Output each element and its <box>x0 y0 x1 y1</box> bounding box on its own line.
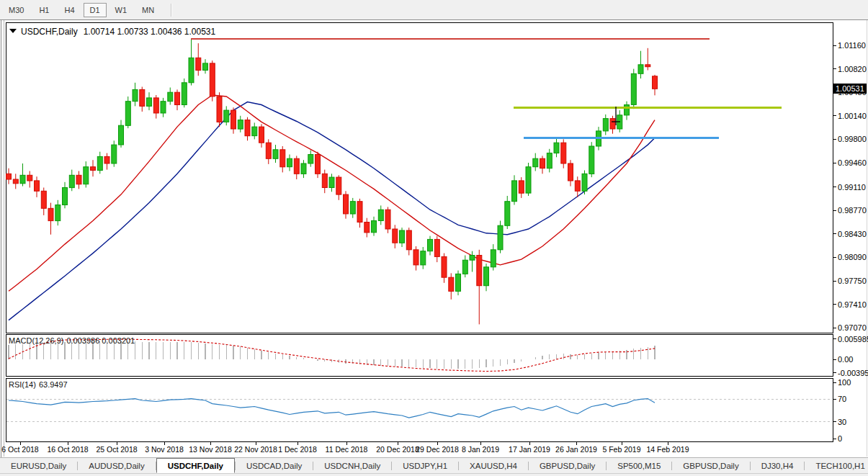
price-axis-label: 1.00140 <box>838 112 867 120</box>
timeframe-button-d1[interactable]: D1 <box>84 3 107 17</box>
symbol-tab-dj30-h4[interactable]: DJ30,H4 <box>751 458 805 473</box>
price-axis-label: 0.98430 <box>838 230 867 238</box>
candle-body <box>182 83 187 105</box>
symbol-tab-usdcad-daily[interactable]: USDCAD,Daily <box>236 458 313 473</box>
candle-body <box>350 202 355 214</box>
price-axis-label: 0.97070 <box>838 323 867 332</box>
price-axis-label: 0.98090 <box>838 253 867 261</box>
price-axis[interactable]: 1.011601.008201.004801.001400.998000.994… <box>833 41 868 443</box>
candle-body <box>238 120 243 130</box>
candle-body <box>168 92 173 102</box>
candle-body <box>97 156 102 170</box>
candle-body <box>406 230 411 250</box>
symbol-tab-usdcnh-daily[interactable]: USDCNH,Daily <box>313 458 391 473</box>
macd-indicator-label: MACD(12,26,9)0.003986 0.003201 <box>9 336 135 345</box>
candle-body <box>625 105 630 115</box>
candle-body <box>76 175 81 184</box>
symbol-tab-audusd-daily[interactable]: AUDUSD,Daily <box>78 458 155 473</box>
candle-body <box>41 191 46 208</box>
chart-title: USDCHF,Daily1.00714 1.00733 1.00436 1.00… <box>9 27 216 37</box>
rsi-axis-label: 0 <box>838 434 842 443</box>
candle-body <box>364 223 370 233</box>
price-axis-label: 1.00820 <box>838 65 867 73</box>
candle-body <box>449 277 454 291</box>
candle-body <box>27 175 32 181</box>
candle-body <box>603 119 608 131</box>
candle-body <box>140 89 145 106</box>
chart-ohlc-values: 1.00714 1.00733 1.00436 1.00531 <box>84 27 216 37</box>
candle-body <box>378 210 383 220</box>
date-axis-label: 16 Oct 2018 <box>47 445 88 454</box>
candle-body <box>147 98 152 107</box>
candle-body <box>104 156 109 163</box>
timeframe-button-mn[interactable]: MN <box>135 3 161 17</box>
date-axis-label: 3 Nov 2018 <box>145 445 184 454</box>
candle-body <box>653 76 658 89</box>
candle-body <box>568 163 573 181</box>
candle-body <box>434 239 439 256</box>
candle-body <box>477 256 482 286</box>
candle-body <box>69 175 74 187</box>
chart-canvas[interactable]: 1.011601.008201.004801.001400.998000.994… <box>0 0 868 476</box>
candle-body <box>385 210 390 229</box>
symbol-tab-eurusd-daily[interactable]: EURUSD,Daily <box>0 458 77 473</box>
candle-body <box>421 251 426 265</box>
current-price-value: 1.00531 <box>836 84 864 93</box>
candle-body <box>125 102 130 126</box>
candle-body <box>575 181 580 191</box>
date-axis-label: 22 Nov 2018 <box>234 445 277 454</box>
symbol-tab-gbpusd-daily[interactable]: GBPUSD,Daily <box>672 458 749 473</box>
price-axis-label: 1.01160 <box>838 41 866 50</box>
svg-text:USDCHF,Daily1.00714 1.00733 1.: USDCHF,Daily1.00714 1.00733 1.00436 1.00… <box>21 27 216 37</box>
candle-body <box>372 221 377 233</box>
timeframe-toolbar: M30 H1 H4 D1 W1 MN <box>0 0 868 20</box>
date-axis-label: 13 Nov 2018 <box>189 445 232 454</box>
symbol-tab-gbpusd-daily[interactable]: GBPUSD,Daily <box>529 458 606 473</box>
date-axis-label: 5 Feb 2019 <box>602 445 640 454</box>
candle-body <box>645 65 650 67</box>
chart-symbol-label: USDCHF,Daily <box>21 27 78 37</box>
date-axis-label: 26 Jan 2019 <box>555 445 597 454</box>
macd-axis-label: 0.00 <box>838 355 853 364</box>
candle-body <box>344 194 349 214</box>
candle-body <box>554 143 559 153</box>
candle-body <box>519 181 524 193</box>
candle-body <box>231 110 236 129</box>
date-axis-label: 8 Jan 2019 <box>462 445 499 454</box>
candle-body <box>400 230 405 243</box>
candle-body <box>547 153 552 169</box>
candle-body <box>245 120 250 136</box>
candle-body <box>631 73 636 104</box>
timeframe-button-h4[interactable]: H4 <box>58 3 81 17</box>
rsi-axis-label: 30 <box>838 418 846 426</box>
date-axis-label: 11 Dec 2018 <box>326 445 368 454</box>
candle-body <box>112 145 117 163</box>
candle-body <box>217 96 222 122</box>
symbol-tab-bar: EURUSD,DailyAUDUSD,DailyUSDCHF,DailyUSDC… <box>0 457 868 473</box>
candle-body <box>540 158 545 168</box>
candle-body <box>316 155 321 174</box>
candle-body <box>273 150 278 159</box>
symbol-tab-tech100-h1[interactable]: TECH100,H1 <box>805 458 868 473</box>
symbol-tab-usdchf-daily[interactable]: USDCHF,Daily <box>156 458 235 473</box>
symbol-tab-xauusd-h4[interactable]: XAUUSD,H4 <box>459 458 528 473</box>
symbol-tab-sp500-m15[interactable]: SP500,M15 <box>607 458 671 473</box>
candle-body <box>336 177 341 194</box>
price-axis-label: 0.98770 <box>838 206 867 215</box>
candle-body <box>533 158 538 167</box>
timeframe-button-m30[interactable]: M30 <box>2 3 30 17</box>
candle-body <box>119 125 124 145</box>
candle-body <box>301 163 306 174</box>
candle-body <box>35 181 40 191</box>
candle-body <box>589 146 594 174</box>
macd-axis-label: 0.005985 <box>838 335 868 343</box>
time-axis[interactable]: 6 Oct 201816 Oct 201825 Oct 20183 Nov 20… <box>1 441 689 454</box>
candle-body <box>442 256 447 277</box>
rsi-pane[interactable] <box>6 379 833 442</box>
main-chart-pane[interactable] <box>6 23 833 333</box>
timeframe-button-w1[interactable]: W1 <box>109 3 134 17</box>
symbol-tab-usdjpy-h1[interactable]: USDJPY,H1 <box>392 458 458 473</box>
candle-body <box>484 267 489 286</box>
timeframe-button-h1[interactable]: H1 <box>32 3 55 17</box>
candle-body <box>280 150 285 167</box>
